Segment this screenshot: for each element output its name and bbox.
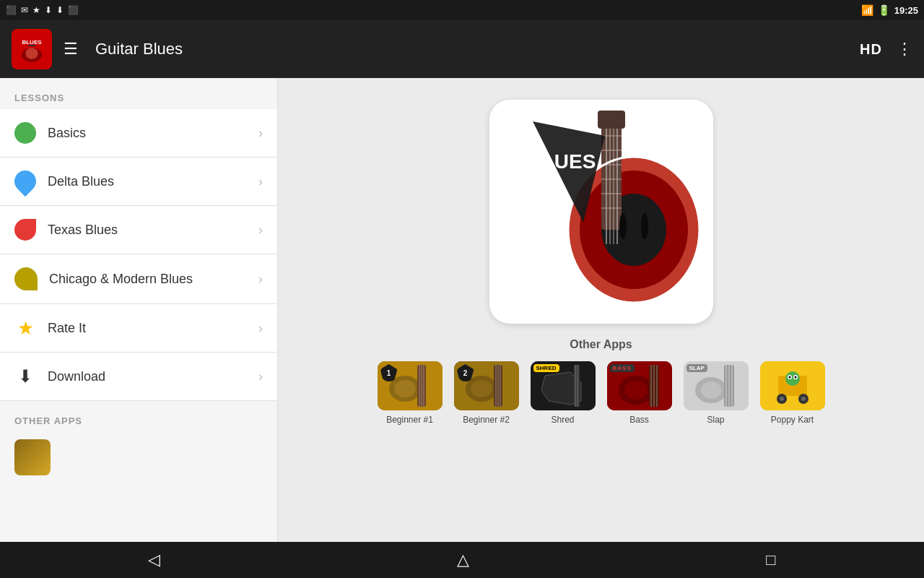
battery-icon: 🔋 (878, 4, 890, 16)
basics-label: Basics (48, 126, 247, 141)
shred-badge: SHRED (533, 364, 559, 372)
sidebar-app-thumb[interactable] (14, 439, 51, 475)
shred-label: Shred (551, 415, 574, 425)
poppykart-thumbnail (760, 361, 825, 410)
content-area: BLUES Other Apps 1 (278, 78, 924, 542)
sidebar-item-delta-blues[interactable]: Delta Blues › (0, 158, 277, 206)
bass-thumbnail: BASS (607, 361, 672, 410)
slap-badge: SLAP (687, 364, 707, 372)
wifi-icon: 📶 (861, 4, 873, 16)
blues-app-icon[interactable]: BLUES (489, 100, 713, 324)
beginner1-thumbnail: 1 (378, 361, 443, 410)
svg-point-51 (701, 381, 721, 399)
apps-row: 1 Beginner #1 (292, 361, 910, 425)
overflow-menu-icon[interactable]: ⋮ (897, 40, 912, 59)
slap-thumbnail: SLAP (684, 361, 749, 410)
sidebar-item-chicago-blues[interactable]: Chicago & Modern Blues › (0, 254, 277, 304)
beginner1-label: Beginner #1 (386, 415, 433, 425)
sidebar-item-basics[interactable]: Basics › (0, 109, 277, 158)
app-title: Guitar Blues (95, 40, 848, 59)
svg-point-62 (794, 376, 796, 379)
svg-point-65 (780, 397, 784, 401)
svg-rect-8 (601, 114, 622, 230)
texas-blues-chevron: › (258, 223, 263, 238)
svg-point-20 (619, 213, 627, 239)
lessons-label: LESSONS (0, 78, 277, 109)
app-logo: BLUES (12, 29, 52, 69)
status-icons-left: ⬛ ✉ ★ ⬇ ⬇ ⬛ (6, 5, 79, 15)
sidebar-item-rate-it[interactable]: ★ Rate It › (0, 304, 277, 353)
svg-point-61 (788, 376, 790, 379)
status-right: 📶 🔋 19:25 (861, 4, 918, 16)
app-item-slap[interactable]: SLAP Slap (684, 361, 749, 425)
nav-bar: ◁ △ □ (0, 542, 924, 578)
sidebar: LESSONS Basics › Delta Blues › Texas Blu… (0, 78, 278, 542)
menu-icon[interactable]: ☰ (64, 40, 78, 59)
hd-badge[interactable]: HD (860, 41, 882, 58)
download-icon: ⬇ (14, 366, 36, 387)
bass-badge: BASS (610, 364, 635, 372)
svg-text:BLUES: BLUES (527, 150, 596, 173)
rate-it-chevron: › (258, 321, 263, 336)
download2-icon: ⬇ (56, 5, 64, 15)
delta-blues-label: Delta Blues (48, 174, 247, 189)
time-display: 19:25 (894, 5, 918, 16)
gmail-icon: ✉ (21, 5, 28, 15)
rate-it-label: Rate It (48, 321, 247, 336)
download-label: Download (48, 369, 247, 384)
delta-blues-chevron: › (258, 174, 263, 189)
chicago-blues-dot (14, 267, 38, 290)
main-layout: LESSONS Basics › Delta Blues › Texas Blu… (0, 78, 924, 542)
poppykart-label: Poppy Kart (771, 415, 814, 425)
svg-point-66 (801, 397, 806, 401)
app-item-beginner2[interactable]: 2 Beginner #2 (454, 361, 519, 425)
texas-blues-label: Texas Blues (48, 223, 247, 238)
slap-label: Slap (707, 415, 724, 425)
app-item-shred[interactable]: SHRED Shred (531, 361, 596, 425)
rate-it-star-icon: ★ (14, 317, 36, 339)
star-icon: ★ (32, 5, 40, 15)
download-chevron: › (258, 369, 263, 384)
app-item-bass[interactable]: BASS Bass (607, 361, 672, 425)
sidebar-item-texas-blues[interactable]: Texas Blues › (0, 206, 277, 254)
other-apps-title: Other Apps (292, 338, 910, 351)
screen-icon: ⬛ (6, 5, 17, 15)
other-apps-section: Other Apps 1 (292, 338, 910, 425)
back-button[interactable]: ◁ (119, 545, 189, 575)
home-button[interactable]: △ (428, 545, 498, 575)
svg-point-33 (471, 380, 492, 397)
svg-point-58 (785, 371, 800, 386)
chicago-blues-label: Chicago & Modern Blues (49, 272, 247, 287)
app-item-beginner1[interactable]: 1 Beginner #1 (378, 361, 443, 425)
svg-point-26 (394, 380, 416, 397)
other-apps-label: OTHER APPS (0, 401, 277, 432)
bass-label: Bass (629, 415, 649, 425)
beginner2-label: Beginner #2 (463, 415, 510, 425)
install-icon: ⬛ (68, 5, 79, 15)
sidebar-item-download[interactable]: ⬇ Download › (0, 353, 277, 401)
svg-point-44 (624, 381, 648, 400)
app-bar: BLUES ☰ Guitar Blues HD ⋮ (0, 20, 924, 78)
beginner2-thumbnail: 2 (454, 361, 519, 410)
app-bar-right: HD ⋮ (860, 40, 912, 59)
svg-rect-19 (598, 111, 625, 129)
sidebar-other-apps-preview (0, 432, 277, 483)
download1-icon: ⬇ (45, 5, 52, 15)
svg-text:BLUES: BLUES (22, 39, 42, 46)
delta-blues-dot (10, 166, 40, 197)
chicago-blues-chevron: › (258, 272, 263, 287)
recents-button[interactable]: □ (737, 545, 804, 575)
status-bar: ⬛ ✉ ★ ⬇ ⬇ ⬛ 📶 🔋 19:25 (0, 0, 924, 20)
texas-blues-dot (14, 219, 36, 241)
basics-dot (14, 122, 36, 144)
shred-thumbnail: SHRED (531, 361, 596, 410)
svg-rect-39 (574, 365, 580, 407)
svg-point-21 (641, 213, 648, 239)
app-item-poppykart[interactable]: Poppy Kart (760, 361, 825, 425)
basics-chevron: › (258, 126, 263, 141)
